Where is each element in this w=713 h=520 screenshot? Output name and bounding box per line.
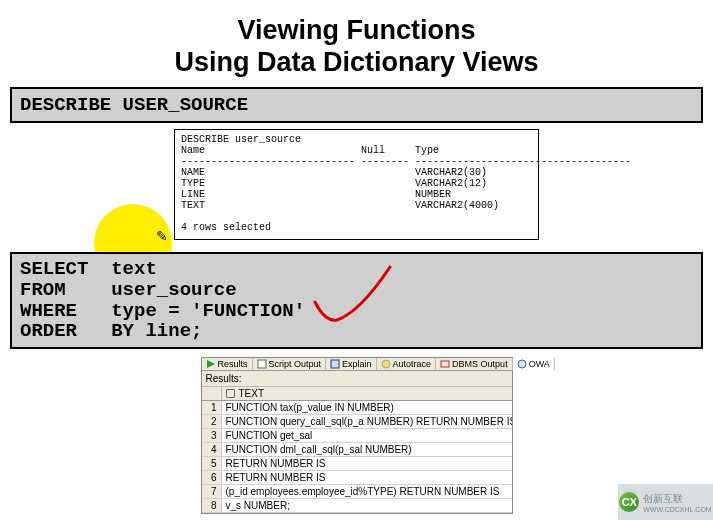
desc-r1-type: VARCHAR2(12) (415, 178, 487, 189)
desc-col-type: Type (415, 145, 439, 156)
title-line-1: Viewing Functions (0, 14, 713, 46)
tab-owa[interactable]: OWA (513, 358, 555, 370)
svg-marker-0 (207, 360, 215, 368)
svg-rect-1 (258, 360, 266, 368)
owa-icon (517, 359, 527, 369)
watermark-brand: 创新互联 (643, 492, 711, 506)
dbms-icon (440, 359, 450, 369)
svg-point-5 (518, 360, 526, 368)
autotrace-icon (381, 359, 391, 369)
select-command-box: SELECT text FROM user_source WHERE type … (10, 252, 703, 350)
desc-col-name: Name (181, 145, 205, 156)
tab-dbms-output[interactable]: DBMS Output (436, 358, 513, 370)
pencil-icon: ✎ (156, 228, 168, 244)
desc-r1-name: TYPE (181, 178, 205, 189)
desc-r3-name: TEXT (181, 200, 205, 211)
results-grid-body: 1FUNCTION tax(p_value IN NUMBER) 2FUNCTI… (202, 401, 512, 513)
svg-rect-4 (441, 361, 449, 367)
desc-r0-name: NAME (181, 167, 205, 178)
table-row: 7 (p_id employees.employee_id%TYPE) RETU… (202, 485, 512, 499)
desc-r2-name: LINE (181, 189, 205, 200)
tab-autotrace[interactable]: Autotrace (377, 358, 437, 370)
watermark: CX 创新互联 WWW.CDCXHL.COM (618, 484, 713, 520)
col-rownum-head (202, 387, 222, 400)
tab-explain[interactable]: Explain (326, 358, 377, 370)
desc-r0-type: VARCHAR2(30) (415, 167, 487, 178)
sel-l3: WHERE type = 'FUNCTION' (20, 301, 693, 322)
svg-rect-2 (331, 360, 339, 368)
sel-l1b: text (111, 258, 157, 280)
watermark-url: WWW.CDCXHL.COM (643, 506, 711, 513)
results-tabbar: Results Script Output Explain Autotrace … (202, 358, 512, 371)
table-row: 8 v_s NUMBER; (202, 499, 512, 513)
sel-l2: FROM user_source (20, 280, 693, 301)
svg-point-3 (382, 360, 390, 368)
desc-header: DESCRIBE user_source (181, 134, 301, 145)
desc-r3-type: VARCHAR2(4000) (415, 200, 499, 211)
results-panel: Results Script Output Explain Autotrace … (201, 357, 513, 514)
title-line-2: Using Data Dictionary Views (0, 46, 713, 78)
describe-output-pane: DESCRIBE user_source Name Null Type ----… (174, 129, 539, 240)
desc-r2-type: NUMBER (415, 189, 451, 200)
describe-command-text: DESCRIBE USER_SOURCE (20, 94, 248, 116)
watermark-text: 创新互联 WWW.CDCXHL.COM (643, 492, 711, 513)
lock-icon (226, 389, 235, 398)
desc-sep3: ------------------------------------ (415, 156, 631, 167)
watermark-logo: CX (619, 492, 639, 512)
table-row: 3FUNCTION get_sal (202, 429, 512, 443)
sel-l1a: SELECT (20, 258, 111, 280)
results-grid-header: TEXT (202, 387, 512, 401)
table-row: 1FUNCTION tax(p_value IN NUMBER) (202, 401, 512, 415)
desc-footer: 4 rows selected (181, 222, 271, 233)
table-row: 6 RETURN NUMBER IS (202, 471, 512, 485)
desc-sep2: -------- (361, 156, 409, 167)
desc-sep1: ----------------------------- (181, 156, 355, 167)
tab-results[interactable]: Results (202, 358, 253, 370)
play-icon (206, 359, 216, 369)
sel-l4: ORDER BY line; (20, 321, 693, 342)
col-text-head: TEXT (222, 387, 512, 400)
slide-title: Viewing Functions Using Data Dictionary … (0, 0, 713, 79)
desc-col-null: Null (361, 145, 385, 156)
table-row: 5 RETURN NUMBER IS (202, 457, 512, 471)
col-text-label: TEXT (239, 388, 265, 399)
results-label: Results: (202, 371, 512, 387)
explain-icon (330, 359, 340, 369)
table-row: 4FUNCTION dml_call_sql(p_sal NUMBER) (202, 443, 512, 457)
table-row: 2FUNCTION query_call_sql(p_a NUMBER) RET… (202, 415, 512, 429)
tab-script-output[interactable]: Script Output (253, 358, 327, 370)
script-icon (257, 359, 267, 369)
describe-command-box: DESCRIBE USER_SOURCE (10, 87, 703, 123)
